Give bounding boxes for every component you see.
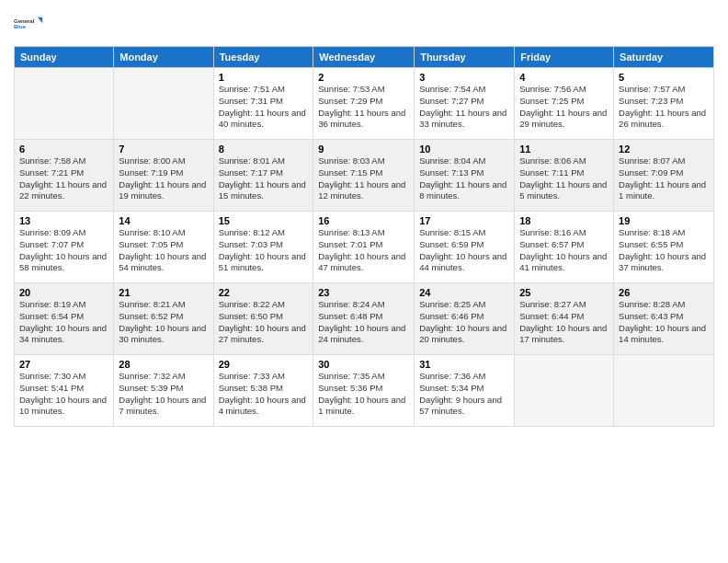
day-number: 4 <box>519 72 609 83</box>
day-info: Sunrise: 8:04 AM Sunset: 7:13 PM Dayligh… <box>419 155 509 202</box>
day-cell: 30Sunrise: 7:35 AM Sunset: 5:36 PM Dayli… <box>313 355 415 427</box>
weekday-monday: Monday <box>114 47 213 68</box>
svg-text:General: General <box>14 18 35 24</box>
day-info: Sunrise: 7:35 AM Sunset: 5:36 PM Dayligh… <box>318 371 409 418</box>
day-number: 31 <box>419 359 509 370</box>
day-info: Sunrise: 8:18 AM Sunset: 6:55 PM Dayligh… <box>619 227 709 274</box>
day-cell <box>515 355 614 427</box>
day-number: 5 <box>619 72 709 83</box>
day-info: Sunrise: 8:09 AM Sunset: 7:07 PM Dayligh… <box>19 227 108 274</box>
weekday-header-row: SundayMondayTuesdayWednesdayThursdayFrid… <box>15 47 714 68</box>
day-number: 29 <box>219 359 309 370</box>
svg-text:Blue: Blue <box>14 24 27 29</box>
day-info: Sunrise: 8:25 AM Sunset: 6:46 PM Dayligh… <box>419 299 509 346</box>
day-info: Sunrise: 8:19 AM Sunset: 6:54 PM Dayligh… <box>19 299 108 346</box>
day-info: Sunrise: 8:01 AM Sunset: 7:17 PM Dayligh… <box>219 155 309 202</box>
day-number: 6 <box>19 144 108 155</box>
day-number: 1 <box>219 72 309 83</box>
day-cell: 26Sunrise: 8:28 AM Sunset: 6:43 PM Dayli… <box>614 283 714 355</box>
day-number: 9 <box>318 144 409 155</box>
day-cell: 2Sunrise: 7:53 AM Sunset: 7:29 PM Daylig… <box>313 68 415 140</box>
day-number: 30 <box>318 359 409 370</box>
day-number: 16 <box>318 215 409 226</box>
day-info: Sunrise: 7:57 AM Sunset: 7:23 PM Dayligh… <box>619 84 709 131</box>
weekday-friday: Friday <box>515 47 614 68</box>
day-cell <box>114 68 213 140</box>
page: GeneralBlue SundayMondayTuesdayWednesday… <box>0 0 728 563</box>
day-cell: 7Sunrise: 8:00 AM Sunset: 7:19 PM Daylig… <box>114 140 213 212</box>
day-number: 17 <box>419 215 509 226</box>
week-row-5: 27Sunrise: 7:30 AM Sunset: 5:41 PM Dayli… <box>15 355 714 427</box>
calendar-header: SundayMondayTuesdayWednesdayThursdayFrid… <box>15 47 714 68</box>
day-number: 18 <box>519 215 609 226</box>
day-info: Sunrise: 8:24 AM Sunset: 6:48 PM Dayligh… <box>318 299 409 346</box>
day-info: Sunrise: 8:28 AM Sunset: 6:43 PM Dayligh… <box>619 299 709 346</box>
day-cell: 8Sunrise: 8:01 AM Sunset: 7:17 PM Daylig… <box>213 140 313 212</box>
week-row-1: 1Sunrise: 7:51 AM Sunset: 7:31 PM Daylig… <box>15 68 714 140</box>
day-cell: 12Sunrise: 8:07 AM Sunset: 7:09 PM Dayli… <box>614 140 714 212</box>
day-cell: 25Sunrise: 8:27 AM Sunset: 6:44 PM Dayli… <box>515 283 614 355</box>
day-number: 2 <box>318 72 409 83</box>
day-number: 15 <box>219 215 309 226</box>
day-cell: 21Sunrise: 8:21 AM Sunset: 6:52 PM Dayli… <box>114 283 213 355</box>
day-cell: 14Sunrise: 8:10 AM Sunset: 7:05 PM Dayli… <box>114 212 213 283</box>
day-cell: 19Sunrise: 8:18 AM Sunset: 6:55 PM Dayli… <box>614 212 714 283</box>
day-cell: 27Sunrise: 7:30 AM Sunset: 5:41 PM Dayli… <box>15 355 114 427</box>
day-number: 11 <box>519 144 609 155</box>
day-cell: 24Sunrise: 8:25 AM Sunset: 6:46 PM Dayli… <box>415 283 515 355</box>
day-cell <box>15 68 114 140</box>
day-info: Sunrise: 7:51 AM Sunset: 7:31 PM Dayligh… <box>219 84 309 131</box>
day-info: Sunrise: 8:15 AM Sunset: 6:59 PM Dayligh… <box>419 227 509 274</box>
day-info: Sunrise: 7:32 AM Sunset: 5:39 PM Dayligh… <box>119 371 208 418</box>
day-cell: 1Sunrise: 7:51 AM Sunset: 7:31 PM Daylig… <box>213 68 313 140</box>
day-info: Sunrise: 8:00 AM Sunset: 7:19 PM Dayligh… <box>119 155 208 202</box>
day-number: 21 <box>119 287 208 298</box>
day-number: 25 <box>519 287 609 298</box>
day-number: 10 <box>419 144 509 155</box>
day-info: Sunrise: 8:12 AM Sunset: 7:03 PM Dayligh… <box>219 227 309 274</box>
day-number: 7 <box>119 144 208 155</box>
day-info: Sunrise: 7:54 AM Sunset: 7:27 PM Dayligh… <box>419 84 509 131</box>
day-info: Sunrise: 7:53 AM Sunset: 7:29 PM Dayligh… <box>318 84 409 131</box>
day-info: Sunrise: 8:27 AM Sunset: 6:44 PM Dayligh… <box>519 299 609 346</box>
day-number: 27 <box>19 359 108 370</box>
day-cell: 9Sunrise: 8:03 AM Sunset: 7:15 PM Daylig… <box>313 140 415 212</box>
day-cell <box>614 355 714 427</box>
day-cell: 18Sunrise: 8:16 AM Sunset: 6:57 PM Dayli… <box>515 212 614 283</box>
day-cell: 15Sunrise: 8:12 AM Sunset: 7:03 PM Dayli… <box>213 212 313 283</box>
day-number: 26 <box>619 287 709 298</box>
day-number: 24 <box>419 287 509 298</box>
day-info: Sunrise: 8:16 AM Sunset: 6:57 PM Dayligh… <box>519 227 609 274</box>
day-info: Sunrise: 7:30 AM Sunset: 5:41 PM Dayligh… <box>19 371 108 418</box>
day-number: 8 <box>219 144 309 155</box>
svg-marker-2 <box>38 17 42 23</box>
day-cell: 22Sunrise: 8:22 AM Sunset: 6:50 PM Dayli… <box>213 283 313 355</box>
day-cell: 11Sunrise: 8:06 AM Sunset: 7:11 PM Dayli… <box>515 140 614 212</box>
day-cell: 6Sunrise: 7:58 AM Sunset: 7:21 PM Daylig… <box>15 140 114 212</box>
day-info: Sunrise: 8:13 AM Sunset: 7:01 PM Dayligh… <box>318 227 409 274</box>
logo-icon: GeneralBlue <box>14 9 43 39</box>
day-cell: 10Sunrise: 8:04 AM Sunset: 7:13 PM Dayli… <box>415 140 515 212</box>
weekday-tuesday: Tuesday <box>213 47 313 68</box>
weekday-wednesday: Wednesday <box>313 47 415 68</box>
day-info: Sunrise: 8:22 AM Sunset: 6:50 PM Dayligh… <box>219 299 309 346</box>
day-cell: 20Sunrise: 8:19 AM Sunset: 6:54 PM Dayli… <box>15 283 114 355</box>
day-cell: 13Sunrise: 8:09 AM Sunset: 7:07 PM Dayli… <box>15 212 114 283</box>
day-info: Sunrise: 7:56 AM Sunset: 7:25 PM Dayligh… <box>519 84 609 131</box>
day-number: 13 <box>19 215 108 226</box>
day-info: Sunrise: 7:33 AM Sunset: 5:38 PM Dayligh… <box>219 371 309 418</box>
day-info: Sunrise: 7:36 AM Sunset: 5:34 PM Dayligh… <box>419 371 509 418</box>
calendar-body: 1Sunrise: 7:51 AM Sunset: 7:31 PM Daylig… <box>15 68 714 427</box>
day-info: Sunrise: 8:21 AM Sunset: 6:52 PM Dayligh… <box>119 299 208 346</box>
weekday-sunday: Sunday <box>15 47 114 68</box>
day-cell: 3Sunrise: 7:54 AM Sunset: 7:27 PM Daylig… <box>415 68 515 140</box>
day-cell: 16Sunrise: 8:13 AM Sunset: 7:01 PM Dayli… <box>313 212 415 283</box>
logo: GeneralBlue <box>14 9 43 39</box>
day-number: 14 <box>119 215 208 226</box>
header: GeneralBlue <box>14 9 714 39</box>
day-info: Sunrise: 8:06 AM Sunset: 7:11 PM Dayligh… <box>519 155 609 202</box>
day-number: 19 <box>619 215 709 226</box>
day-number: 28 <box>119 359 208 370</box>
week-row-4: 20Sunrise: 8:19 AM Sunset: 6:54 PM Dayli… <box>15 283 714 355</box>
calendar: SundayMondayTuesdayWednesdayThursdayFrid… <box>14 46 714 427</box>
